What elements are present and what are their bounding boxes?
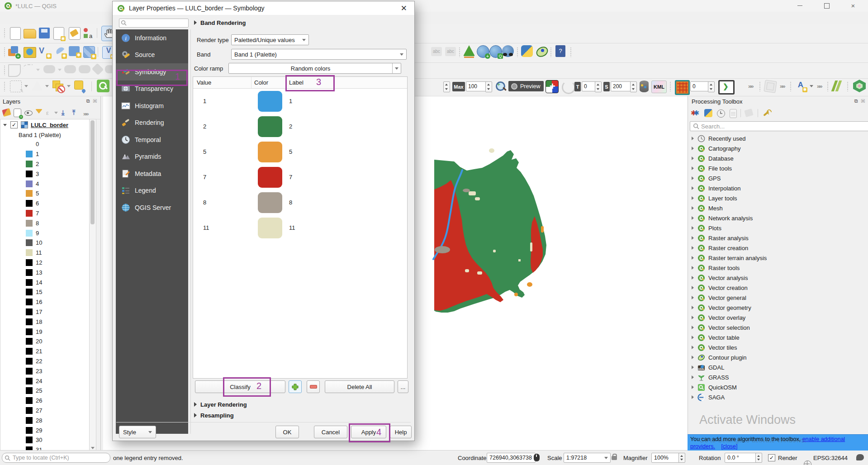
resampling-section[interactable]: Resampling bbox=[194, 412, 234, 419]
annotation-tool-icon[interactable]: A✱ bbox=[795, 81, 806, 91]
edit-filter-icon-disabled[interactable]: ε bbox=[46, 109, 52, 115]
cell-color-swatch[interactable] bbox=[258, 142, 282, 162]
expand-caret-icon[interactable] bbox=[692, 147, 694, 150]
expand-caret-icon[interactable] bbox=[692, 256, 694, 260]
menu-item[interactable] bbox=[43, 13, 52, 17]
scale-combo[interactable]: 1:97218 bbox=[564, 453, 611, 463]
toolbox-group[interactable]: Vector overlay bbox=[688, 313, 868, 323]
toolbox-group[interactable]: Recently used bbox=[688, 133, 868, 143]
python-icon[interactable] bbox=[704, 109, 712, 117]
layers-scrollbar[interactable] bbox=[89, 119, 96, 451]
palette-entry[interactable]: 0 bbox=[0, 139, 90, 149]
toolbox-group[interactable]: Raster terrain analysis bbox=[688, 253, 868, 263]
cell-value[interactable]: 8 bbox=[203, 199, 206, 206]
save-project-icon[interactable] bbox=[39, 28, 50, 38]
new-virtual-layer-icon[interactable]: ✱ bbox=[83, 46, 95, 58]
cell-label[interactable]: 8 bbox=[289, 199, 292, 206]
toolbox-group[interactable]: Layer tools bbox=[688, 193, 868, 203]
metasearch-add-icon[interactable]: + bbox=[477, 45, 489, 58]
label-toolbar-icon[interactable]: abc bbox=[431, 47, 442, 56]
digitize-curve-icon[interactable] bbox=[23, 64, 33, 75]
move-label-icon[interactable] bbox=[74, 81, 83, 90]
metasearch-icon[interactable] bbox=[502, 45, 514, 57]
log-icon[interactable] bbox=[730, 109, 737, 118]
render-type-combo[interactable]: Paletted/Unique values bbox=[231, 34, 309, 45]
expand-caret-icon[interactable] bbox=[692, 236, 694, 240]
expand-caret-icon[interactable] bbox=[692, 296, 694, 299]
toolbox-group[interactable]: File tools bbox=[688, 163, 868, 173]
toolbox-group[interactable]: GRASS bbox=[688, 372, 868, 382]
zoom-to-stretch-icon[interactable]: + bbox=[495, 81, 507, 92]
palette-entry[interactable]: 19 bbox=[0, 327, 90, 337]
crs-globe-icon[interactable] bbox=[804, 460, 811, 465]
dialog-close-icon[interactable]: ✕ bbox=[401, 4, 407, 13]
expand-caret-icon[interactable] bbox=[692, 375, 694, 379]
palette-entry[interactable]: 16 bbox=[0, 297, 90, 307]
cell-value[interactable]: 11 bbox=[203, 224, 209, 231]
add-group-icon[interactable]: + bbox=[14, 109, 21, 117]
toolbox-group[interactable]: Raster analysis bbox=[688, 233, 868, 243]
sidebar-item[interactable]: Histogram bbox=[116, 97, 188, 114]
style-manager-icon[interactable]: a bbox=[83, 27, 94, 39]
geometry-checker-icon[interactable] bbox=[833, 80, 840, 92]
palette-entry[interactable]: 22 bbox=[0, 356, 90, 366]
expand-caret-icon[interactable] bbox=[692, 216, 694, 220]
palette-entry[interactable]: 23 bbox=[0, 366, 90, 376]
color-ramp-dropdown-icon[interactable] bbox=[392, 63, 401, 73]
sidebar-item[interactable]: Source bbox=[116, 47, 188, 64]
expand-caret-icon[interactable] bbox=[692, 365, 694, 369]
expand-caret-icon[interactable] bbox=[692, 206, 694, 210]
toolbox-group[interactable]: Network analysis bbox=[688, 213, 868, 223]
preview-toggle[interactable]: Preview bbox=[508, 81, 544, 91]
locate-input[interactable]: Type to locate (Ctrl+K) bbox=[2, 453, 110, 463]
database-cylinder-icon[interactable] bbox=[640, 81, 649, 92]
next-raster-icon[interactable]: ❯ bbox=[718, 80, 735, 95]
classification-row[interactable]: 11 11 bbox=[193, 215, 407, 241]
palette-entry[interactable]: 18 bbox=[0, 317, 90, 327]
expand-caret-icon[interactable] bbox=[692, 176, 694, 180]
cell-label[interactable]: 7 bbox=[289, 174, 292, 180]
toolbar-overflow-icon[interactable]: »» bbox=[817, 83, 821, 90]
select-features-icon[interactable] bbox=[10, 81, 22, 92]
add-vector-layer-icon[interactable] bbox=[24, 47, 36, 58]
expand-caret-icon[interactable] bbox=[692, 266, 694, 270]
toolbox-group[interactable]: Database bbox=[688, 153, 868, 163]
palette-entry[interactable]: 7 bbox=[0, 209, 90, 218]
sidebar-item[interactable]: Metadata bbox=[116, 165, 188, 182]
cell-color-swatch[interactable] bbox=[258, 116, 282, 137]
sidebar-item[interactable]: Rendering bbox=[116, 114, 188, 132]
new-spatialite-icon[interactable]: ✱ bbox=[69, 46, 80, 56]
toolbox-group[interactable]: Cartography bbox=[688, 143, 868, 153]
palette-entry[interactable]: 9 bbox=[0, 228, 90, 238]
expand-caret-icon[interactable] bbox=[692, 186, 694, 190]
toolbox-group[interactable]: Contour plugin bbox=[688, 352, 868, 362]
cell-label[interactable]: 1 bbox=[289, 98, 292, 104]
palette-entry[interactable]: 10 bbox=[0, 238, 90, 248]
color-ramp-combo[interactable]: Random colors bbox=[228, 63, 401, 74]
cancel-button[interactable]: Cancel bbox=[314, 426, 347, 438]
toolbox-group[interactable]: Interpolation bbox=[688, 183, 868, 193]
expand-all-icon[interactable]: ⤓ bbox=[62, 109, 69, 116]
sidebar-item[interactable]: Temporal bbox=[116, 131, 188, 148]
palette-entry[interactable]: 29 bbox=[0, 425, 90, 435]
s-spinner[interactable] bbox=[630, 81, 637, 92]
rotation-input[interactable]: 0.0 ° bbox=[725, 453, 760, 463]
scrollbar-thumb[interactable] bbox=[90, 120, 95, 224]
coordinate-input[interactable]: 726940,3063738 bbox=[487, 453, 536, 463]
classification-row[interactable]: 5 5 bbox=[193, 139, 407, 165]
messages-bubble-icon[interactable] bbox=[856, 454, 864, 460]
toolbox-group[interactable]: Vector general bbox=[688, 293, 868, 303]
palette-entry[interactable]: 20 bbox=[0, 337, 90, 346]
toolbox-group[interactable]: QuickOSM bbox=[688, 382, 868, 392]
layer-rendering-section[interactable]: Layer Rendering bbox=[194, 401, 247, 408]
close-button[interactable]: × bbox=[843, 0, 863, 11]
epsg-label[interactable]: EPSG:32644 bbox=[813, 455, 848, 461]
new-project-icon[interactable] bbox=[10, 27, 21, 40]
new-layout-icon[interactable]: ✱ bbox=[53, 27, 64, 40]
collapse-caret-icon[interactable] bbox=[3, 124, 7, 126]
palette-entry[interactable]: 12 bbox=[0, 258, 90, 268]
expand-caret-icon[interactable] bbox=[692, 166, 694, 170]
palette-entry[interactable]: 2 bbox=[0, 159, 90, 169]
expand-caret-icon[interactable] bbox=[692, 276, 694, 280]
style-button[interactable]: Style bbox=[119, 426, 156, 438]
